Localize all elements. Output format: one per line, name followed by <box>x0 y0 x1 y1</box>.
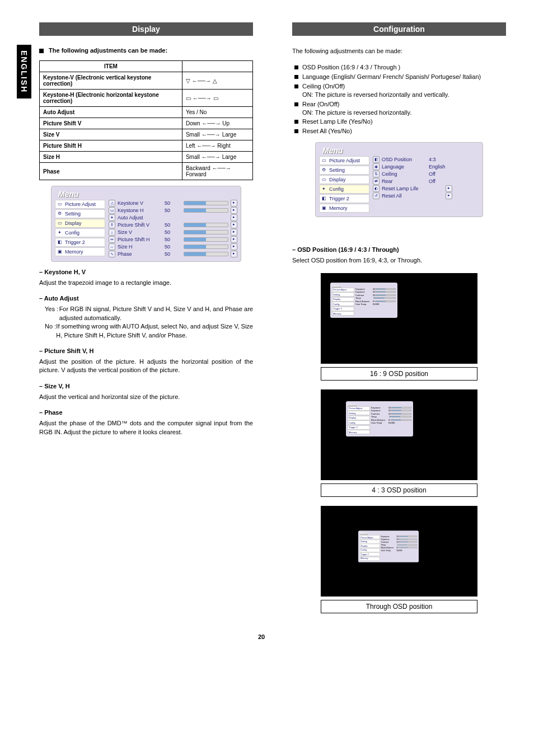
auto-icon: ✦ <box>109 214 115 221</box>
mini-menu-icon: Menu Picture AdjustSettingDisplayConfigT… <box>346 401 413 436</box>
row-range: Small ←──→ Large <box>182 129 252 140</box>
menu-row-auto-adjust[interactable]: ✦Auto Adjust▸ <box>109 214 237 221</box>
menu-row-keystone-h[interactable]: ▭Keystone H50▸ <box>109 207 237 214</box>
phase-icon: ∿ <box>109 251 115 257</box>
osd-preview-43: Menu Picture AdjustSettingDisplayConfigT… <box>321 389 477 480</box>
menu-title: Menu <box>55 190 237 200</box>
list-item: Ceiling (On/Off)ON: The picture is rever… <box>294 82 506 99</box>
phase-text: Adjust the phase of the DMD™ dots and th… <box>39 419 253 436</box>
row-range: Yes / No <box>182 107 252 118</box>
menu-row-pshift-v[interactable]: ⇕Picture Shift V50▸ <box>109 222 237 228</box>
table-row: Keystone-H (Electronic horizontal keysto… <box>40 90 253 107</box>
language-tab: ENGLISH <box>17 45 31 98</box>
row-range: Backward ←──→ Forward <box>182 163 252 180</box>
menu-item-label: Rear <box>382 179 427 184</box>
menu-row-reset-lamp[interactable]: ◐Reset Lamp Life▸ <box>373 185 479 192</box>
enter-btn-icon[interactable]: ▸ <box>231 222 237 228</box>
yes-tag: Yes : <box>45 305 59 322</box>
menu-item-value: 50 <box>165 208 181 213</box>
enter-btn-icon[interactable]: ▸ <box>231 207 237 214</box>
sidebar-item-label: Picture Adjust <box>329 158 360 163</box>
menu-item-label: Picture Shift H <box>118 237 162 242</box>
display-icon: ▭ <box>322 177 327 182</box>
menu-item-value: 50 <box>165 251 181 257</box>
sidebar-item-label: Trigger 2 <box>329 196 349 201</box>
wrench-icon: ⚙ <box>322 167 327 173</box>
sidebar-item-trigger2[interactable]: ◧Trigger 2 <box>55 238 105 247</box>
sidebar-item-display[interactable]: ▭Display <box>55 219 105 228</box>
sidebar-item-label: Picture Adjust <box>65 201 96 207</box>
sidebar-item-picture-adjust[interactable]: ▭Picture Adjust <box>319 156 369 165</box>
sidebar-item-label: Setting <box>65 211 81 217</box>
menu-row-ceiling[interactable]: ⇅CeilingOff <box>373 171 479 177</box>
slider[interactable] <box>184 201 228 205</box>
enter-btn-icon[interactable]: ▸ <box>231 243 237 250</box>
slider[interactable] <box>184 245 228 249</box>
menu-sidebar: ▭Picture Adjust ⚙Setting ▭Display ✦Confi… <box>55 200 105 258</box>
menu-row-osd-position[interactable]: ◧OSD Position4:3 <box>373 156 479 163</box>
slider[interactable] <box>184 223 228 227</box>
trigger-icon: ◧ <box>58 240 63 245</box>
display-item-table: ITEM Keystone-V (Electronic vertical key… <box>39 60 253 180</box>
tools-icon: ✦ <box>58 230 63 236</box>
rear-icon: ⇄ <box>373 178 380 185</box>
osd-position-text: Select OSD position from 16:9, 4:3, or T… <box>292 256 506 265</box>
config-bullet-list: OSD Position (16:9 / 4:3 / Through ) Lan… <box>294 63 506 135</box>
display-icon: ▭ <box>58 220 63 226</box>
table-header-item: ITEM <box>40 61 182 72</box>
enter-btn-icon[interactable]: ▸ <box>231 200 237 206</box>
config-menu-screenshot: Menu ▭Picture Adjust ⚙Setting ▭Display ✦… <box>315 142 483 217</box>
sidebar-item-label: Config <box>65 230 79 236</box>
enter-btn-icon[interactable]: ▸ <box>446 185 452 192</box>
sidebar-item-setting[interactable]: ⚙Setting <box>55 209 105 218</box>
row-range: ▭ ←──→ ▭ <box>182 90 252 107</box>
menu-row-reset-all[interactable]: ↺Reset All▸ <box>373 192 479 199</box>
enter-btn-icon[interactable]: ▸ <box>231 251 237 257</box>
menu-item-value: 50 <box>165 237 181 242</box>
slider[interactable] <box>184 230 228 234</box>
sidebar-item-label: Memory <box>329 205 348 211</box>
memory-icon: ▣ <box>58 249 63 255</box>
row-item: Picture Shift H <box>43 143 82 149</box>
menu-row-keystone-v[interactable]: △Keystone V50▸ <box>109 200 237 206</box>
table-row: Picture Shift HLeft ←──→ Right <box>40 140 253 152</box>
sidebar-item-picture-adjust[interactable]: ▭Picture Adjust <box>55 200 105 209</box>
list-item: Rear (On/Off)ON: The picture is reversed… <box>294 100 506 117</box>
menu-row-rear[interactable]: ⇄RearOff <box>373 178 479 185</box>
table-row: Keystone-V (Electronic vertical keystone… <box>40 72 253 90</box>
config-header: Configuration <box>292 22 506 36</box>
sidebar-item-config[interactable]: ✦Config <box>319 185 369 194</box>
slider[interactable] <box>184 208 228 213</box>
table-row: Size VSmall ←──→ Large <box>40 129 253 140</box>
list-item: Reset All (Yes/No) <box>294 127 506 135</box>
bullet-sub: ON: The picture is reversed horizontally… <box>302 109 411 116</box>
sidebar-item-trigger2[interactable]: ◧Trigger 2 <box>319 194 369 203</box>
osd-position-heading: – OSD Position (16:9 / 4:3 / Through) <box>292 246 506 253</box>
menu-row-pshift-h[interactable]: ⇔Picture Shift H50▸ <box>109 236 237 243</box>
sidebar-item-config[interactable]: ✦Config <box>55 228 105 237</box>
sidebar-item-memory[interactable]: ▣Memory <box>319 204 369 213</box>
menu-row-phase[interactable]: ∿Phase50▸ <box>109 251 237 257</box>
row-range: Left ←──→ Right <box>182 140 252 152</box>
menu-row-language[interactable]: ◉LanguageEnglish <box>373 163 479 170</box>
slider[interactable] <box>184 237 228 242</box>
size-v-icon: ↕ <box>109 229 115 236</box>
slider[interactable] <box>184 252 228 256</box>
table-row: PhaseBackward ←──→ Forward <box>40 163 253 180</box>
enter-btn-icon[interactable]: ▸ <box>231 229 237 236</box>
sidebar-item-memory[interactable]: ▣Memory <box>55 247 105 256</box>
trigger-icon: ◧ <box>322 196 327 201</box>
menu-item-label: OSD Position <box>382 157 427 162</box>
mini-menu-icon: Menu Picture AdjustSettingDisplayConfigT… <box>330 283 397 318</box>
enter-btn-icon[interactable]: ▸ <box>231 214 237 221</box>
menu-row-size-v[interactable]: ↕Size V50▸ <box>109 229 237 236</box>
enter-btn-icon[interactable]: ▸ <box>231 236 237 243</box>
menu-row-size-h[interactable]: ↔Size H50▸ <box>109 243 237 250</box>
sidebar-item-display[interactable]: ▭Display <box>319 175 369 184</box>
menu-item-value: 50 <box>165 222 181 228</box>
osd-preview-169: Menu Picture AdjustSettingDisplayConfigT… <box>321 273 477 364</box>
row-item: Keystone-H (Electronic horizontal keysto… <box>43 92 159 104</box>
keystone-text: Adjust the trapezoid image to a rectangl… <box>39 279 253 287</box>
enter-btn-icon[interactable]: ▸ <box>446 192 452 199</box>
sidebar-item-setting[interactable]: ⚙Setting <box>319 166 369 175</box>
